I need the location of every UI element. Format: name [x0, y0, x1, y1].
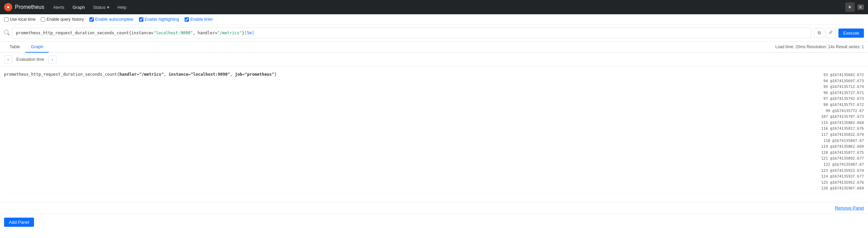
metric-eq3: = [242, 72, 245, 77]
enable-query-history-option[interactable]: Enable query history [41, 17, 84, 22]
metric-job-val: "prometheus" [245, 72, 274, 77]
metric-instance-val: "localhost:9090" [191, 72, 230, 77]
eval-nav: ‹ Evaluation time › [4, 55, 56, 63]
enable-highlighting-checkbox[interactable] [139, 17, 143, 22]
eval-prev-button[interactable]: ‹ [4, 55, 12, 63]
nav-item-status[interactable]: Status ▾ [90, 3, 113, 12]
enable-highlighting-option[interactable]: Enable highlighting [139, 17, 179, 22]
result-value-line: 119 @1674135862.669 [796, 144, 864, 150]
metric-handler-val: "/metrics" [139, 72, 163, 77]
navbar-right: ☀ K [845, 2, 864, 12]
result-value-line: 93 @1674135682.672 [796, 72, 864, 78]
result-value-line: 98 @1674135757.672 [796, 102, 864, 108]
query-text-plain3: } [242, 31, 244, 35]
search-icon [4, 30, 10, 36]
enable-autocomplete-option[interactable]: Enable autocomplete [89, 17, 134, 22]
result-value-line: 125 @1674135952.676 [796, 180, 864, 186]
metric-prefix: prometheus_http_request_duration_seconds… [4, 72, 120, 77]
sun-icon: ☀ [848, 4, 852, 10]
options-bar: Use local time Enable query history Enab… [0, 14, 868, 25]
result-metric-label: prometheus_http_request_duration_seconds… [4, 72, 277, 77]
result-value-line: 94 @1674135697.673 [796, 78, 864, 84]
result-value-line: 123 @1674135922.674 [796, 168, 864, 174]
metric-suffix: } [274, 72, 277, 77]
kbd-k-label: K [860, 5, 862, 9]
theme-toggle-button[interactable]: ☀ [845, 2, 855, 12]
chevron-down-icon: ▾ [107, 5, 109, 10]
kbd-shortcut: K [857, 4, 864, 10]
result-value-line: 121 @1674135892.677 [796, 155, 864, 162]
chevron-right-icon: › [52, 57, 53, 62]
query-bar: prometheus_http_request_duration_seconds… [0, 25, 868, 41]
enable-autocomplete-label: Enable autocomplete [95, 17, 134, 22]
tabs-row: Table Graph Load time: 20ms Resolution: … [0, 41, 868, 53]
result-value-line: 116 @1674135817.676 [796, 126, 864, 132]
metric-job-key: job [235, 72, 242, 77]
result-value-line: 122 @1674135907.67 [796, 162, 864, 168]
query-toolbar: ⧉ [814, 28, 836, 38]
add-panel-button[interactable]: Add Panel [4, 218, 34, 227]
result-value-line: 124 @1674135937.677 [796, 173, 864, 180]
use-local-time-label: Use local time [10, 17, 35, 22]
enable-query-history-checkbox[interactable] [41, 17, 45, 22]
query-text-plain2: , handler= [193, 31, 217, 35]
nav-item-help[interactable]: Help [114, 3, 130, 12]
result-value-line: 97 @1674135742.673 [796, 96, 864, 102]
query-text-time: [5m] [244, 31, 254, 35]
result-value-line: 96 @1674135727.671 [796, 90, 864, 96]
brand[interactable]: Prometheus [4, 3, 44, 11]
query-text-key1: "localhost:9090" [154, 31, 193, 35]
panel-footer: Remove Panel [0, 202, 868, 213]
result-value-line: 115 @1674135802.668 [796, 120, 864, 126]
nav-item-graph[interactable]: Graph [69, 3, 88, 12]
enable-autocomplete-checkbox[interactable] [89, 17, 94, 22]
enable-linter-checkbox[interactable] [185, 17, 189, 22]
tab-table[interactable]: Table [4, 41, 25, 53]
remove-panel-button[interactable]: Remove Panel [835, 205, 864, 210]
result-value-line: 95 @1674135712.674 [796, 84, 864, 90]
metric-sep1: , [164, 72, 169, 77]
svg-point-1 [7, 6, 9, 8]
eval-time-label: Evaluation time [14, 57, 47, 62]
metric-instance-key: instance [169, 72, 188, 77]
result-value-line: 99 @1674135772.67 [796, 108, 864, 114]
metric-handler-key: handler [120, 72, 137, 77]
enable-query-history-label: Enable query history [47, 17, 84, 22]
eval-row: ‹ Evaluation time › [0, 53, 868, 67]
nav-item-alerts[interactable]: Alerts [50, 3, 68, 12]
tabs: Table Graph [4, 41, 49, 52]
enable-highlighting-label: Enable highlighting [145, 17, 179, 22]
add-panel-area: Add Panel [0, 213, 868, 231]
enable-linter-option[interactable]: Enable linter [185, 17, 213, 22]
result-value-line: 126 @1674135967.669 [796, 185, 864, 191]
meta-info: Load time: 20ms Resolution: 14s Result s… [775, 44, 864, 49]
share-query-button[interactable] [826, 28, 836, 38]
copy-icon: ⧉ [818, 30, 821, 36]
copy-query-button[interactable]: ⧉ [814, 28, 824, 38]
tab-graph[interactable]: Graph [25, 41, 49, 53]
result-value-line: 107 @1674135787.673 [796, 114, 864, 120]
query-text-key2: "/metrics" [217, 31, 242, 35]
results-area: prometheus_http_request_duration_seconds… [0, 67, 868, 202]
query-text-plain1: prometheus_http_request_duration_seconds… [16, 31, 154, 35]
result-value-line: 120 @1674135877.675 [796, 150, 864, 156]
execute-button[interactable]: Execute [838, 29, 864, 38]
enable-linter-label: Enable linter [190, 17, 213, 22]
query-input[interactable]: prometheus_http_request_duration_seconds… [12, 28, 811, 38]
result-value-line: 118 @1674135847.67 [796, 138, 864, 144]
brand-icon [4, 3, 12, 11]
result-values: 93 @1674135682.67294 @1674135697.67395 @… [796, 72, 864, 191]
result-row: prometheus_http_request_duration_seconds… [4, 71, 864, 193]
navbar: Prometheus Alerts Graph Status ▾ Help ☀ … [0, 0, 868, 14]
result-value-line: 117 @1674135832.679 [796, 132, 864, 138]
metric-sep2: , [230, 72, 235, 77]
navbar-nav: Alerts Graph Status ▾ Help [50, 3, 130, 12]
eval-next-button[interactable]: › [48, 55, 56, 63]
use-local-time-option[interactable]: Use local time [4, 17, 35, 22]
use-local-time-checkbox[interactable] [4, 17, 8, 22]
share-icon [829, 30, 833, 36]
brand-label: Prometheus [15, 4, 44, 10]
chevron-left-icon: ‹ [7, 57, 9, 62]
